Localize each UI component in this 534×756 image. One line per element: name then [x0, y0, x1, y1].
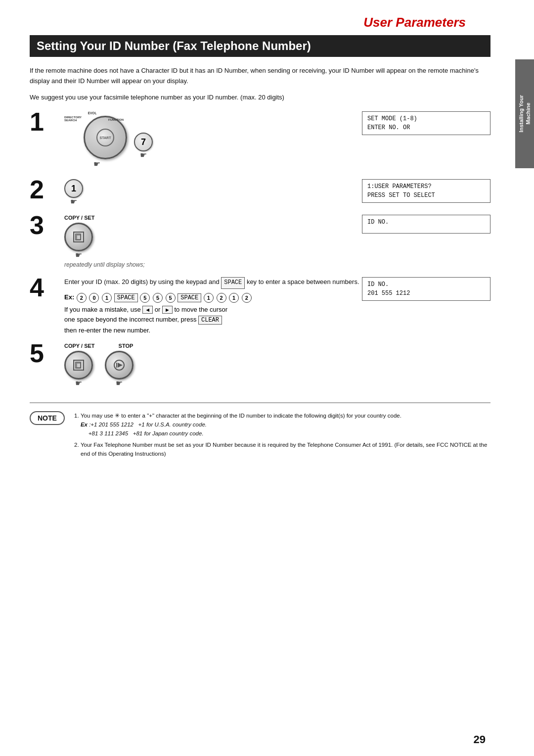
step-3-right: ID NO.: [362, 215, 490, 234]
arrow-left-key: ◄: [142, 306, 153, 314]
main-content: User Parameters Setting Your ID Number (…: [0, 0, 515, 756]
step-2-finger: ☛: [70, 198, 77, 206]
step-2-left: 1 ☛: [64, 179, 362, 206]
ex-space-1: SPACE: [114, 293, 138, 302]
page-title: User Parameters: [363, 15, 466, 30]
copy-set-button-3[interactable]: [64, 223, 93, 251]
step-5-number: 5: [30, 340, 59, 366]
page-wrapper: Installing Your Machine User Parameters …: [0, 0, 534, 756]
ex-char-5a: 5: [140, 293, 150, 303]
step-3-lcd: ID NO.: [362, 215, 490, 234]
copy-set-icon-3: [73, 232, 84, 242]
step-4-example-line: Ex: 2 0 1 SPACE 5 5 5 SPACE 1 2: [64, 293, 362, 303]
dial-top-labels: EVOL: [64, 111, 129, 115]
step-5-row: 5 COPY / SET STOP: [30, 343, 490, 387]
step-5-buttons: ☛: [64, 351, 362, 387]
step-1-right: SET MODE (1-8) ENTER NO. OR: [362, 111, 490, 135]
svg-rect-1: [77, 235, 81, 239]
num-7-wrapper: 7 ☛: [134, 133, 153, 159]
step-5-finger-1: ☛: [75, 379, 82, 387]
step-1-number: 1: [30, 109, 59, 135]
ex-char-5c: 5: [166, 293, 176, 303]
step-3-row: 3 COPY / SET: [30, 215, 490, 268]
step-3-finger: ☛: [75, 251, 82, 259]
ex-char-2c: 2: [242, 293, 252, 303]
clear-key: CLEAR: [198, 316, 222, 325]
ex-space-2: SPACE: [178, 293, 201, 302]
ex-char-2: 2: [77, 293, 87, 303]
ex-char-1b: 1: [204, 293, 214, 303]
copy-set-svg-3: [75, 234, 82, 240]
space-key-inline: SPACE: [221, 277, 245, 288]
copy-set-btn-wrapper-5: ☛: [64, 351, 93, 387]
page-header: User Parameters: [30, 15, 490, 30]
note-ex-1: :+1 201 555 1212 +1 for U.S.A. country c…: [88, 422, 207, 427]
dial-hub-wrapper: EVOL DIRECTORYSEARCH START: [64, 111, 129, 170]
svg-marker-5: [118, 363, 123, 368]
stop-btn-wrapper: ☛: [105, 351, 134, 387]
step-1-left: EVOL DIRECTORYSEARCH START: [64, 111, 362, 170]
note-ex-label: Ex: [81, 422, 88, 427]
step-1-lcd: SET MODE (1-8) ENTER NO. OR: [362, 111, 490, 135]
step-5-content: COPY / SET STOP: [59, 343, 490, 387]
start-label: START: [100, 136, 111, 140]
directory-search-label: DIRECTORYSEARCH: [64, 116, 82, 159]
stop-label-5: STOP: [119, 343, 134, 349]
side-tab-text: Installing Your Machine: [518, 95, 532, 132]
ex-label: Ex:: [64, 293, 74, 301]
step-4-row: 4 Enter your ID (max. 20 digits) by usin…: [30, 277, 490, 333]
copy-set-label-5: COPY / SET: [64, 343, 95, 349]
stop-icon: [113, 359, 126, 372]
step-4-right: ID NO. 201 555 1212: [362, 277, 490, 301]
step-1-finger-7: ☛: [140, 151, 147, 159]
note-item-1: You may use ✳ to enter a "+" character a…: [81, 411, 490, 438]
repeat-text-3: repeatedly until display shows;: [64, 261, 362, 268]
ex-char-1a: 1: [102, 293, 112, 303]
step-1-finger-dial: ☛: [64, 160, 129, 168]
num-7-button[interactable]: 7: [134, 133, 153, 151]
num-1-button[interactable]: 1: [64, 179, 83, 198]
step-5-labels: COPY / SET STOP: [64, 343, 362, 351]
step-4-lcd: ID NO. 201 555 1212: [362, 277, 490, 301]
dial-hub-button[interactable]: START FUNCTION: [84, 116, 127, 159]
arrow-right-key: ►: [162, 306, 173, 314]
step-1-buttons: EVOL DIRECTORYSEARCH START: [64, 111, 362, 170]
step-1-content: EVOL DIRECTORYSEARCH START: [59, 111, 490, 170]
copy-set-label-3: COPY / SET: [64, 215, 362, 221]
copy-set-svg-5: [75, 362, 82, 369]
suggest-text: We suggest you use your facsimile teleph…: [30, 93, 490, 103]
step-4-content: Enter your ID (max. 20 digits) by using …: [59, 277, 490, 333]
steps-area: 1 EVOL DIRECTORYSEARCH: [30, 111, 490, 387]
step-4-text: Enter your ID (max. 20 digits) by using …: [64, 277, 362, 288]
ex-char-2b: 2: [217, 293, 226, 303]
dial-hub-inner: START: [96, 129, 114, 146]
note-item-2: Your Fax Telephone Number must be set as…: [81, 440, 490, 459]
copy-set-button-5[interactable]: [64, 351, 93, 379]
note-ex-2: +81 3 111 2345 +81 for Japan country cod…: [81, 430, 204, 436]
svg-rect-3: [77, 363, 81, 368]
step-3-content: COPY / SET: [59, 215, 490, 268]
num-1-wrapper: 1 ☛: [64, 179, 83, 206]
step-2-lcd: 1:USER PARAMETERS? PRESS SET TO SELECT: [362, 179, 490, 203]
ex-char-5b: 5: [153, 293, 163, 303]
step-3-left: COPY / SET: [64, 215, 362, 268]
note-text: You may use ✳ to enter a "+" character a…: [72, 411, 490, 461]
step-4-mistake-line: If you make a mistake, use ◄ or ► to mov…: [64, 306, 362, 314]
step-4-beyond-line: one space beyond the incorrect number, p…: [64, 316, 362, 325]
function-label: FUNCTION: [108, 118, 124, 121]
step-4-left: Enter your ID (max. 20 digits) by using …: [64, 277, 362, 333]
step-2-content: 1 ☛ 1:USER PARAMETERS? PRESS SET TO SELE…: [59, 179, 490, 206]
copy-set-btn-wrapper-3: ☛: [64, 223, 93, 259]
side-tab: Installing Your Machine: [515, 59, 534, 168]
note-badge: NOTE: [30, 411, 65, 425]
page-number: 29: [474, 733, 486, 746]
section-divider: [30, 402, 490, 403]
stop-button[interactable]: [105, 351, 134, 379]
step-3-number: 3: [30, 212, 59, 238]
step-1-row: 1 EVOL DIRECTORYSEARCH: [30, 111, 490, 170]
step-2-number: 2: [30, 177, 59, 202]
ex-char-0: 0: [89, 293, 99, 303]
step-2-row: 2 1 ☛ 1:USER PARAMETERS? PRESS S: [30, 179, 490, 206]
intro-paragraph1: If the remote machine does not have a Ch…: [30, 66, 490, 87]
ex-char-1c: 1: [229, 293, 239, 303]
